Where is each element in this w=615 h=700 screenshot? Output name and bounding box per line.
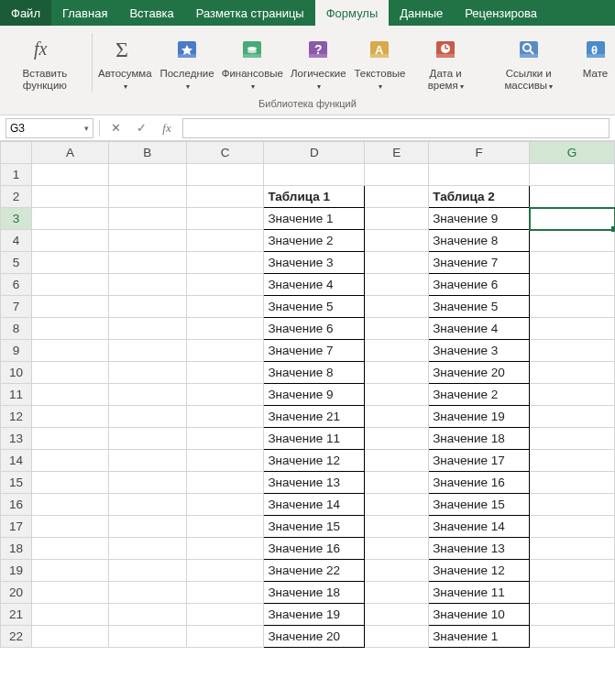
tab-insert[interactable]: Вставка (118, 0, 184, 26)
column-header-A[interactable]: A (31, 142, 108, 164)
cell-D20[interactable]: Значение 18 (264, 582, 365, 604)
cell-D18[interactable]: Значение 16 (264, 538, 365, 560)
cell-B18[interactable] (108, 538, 186, 560)
cell-G3[interactable] (530, 208, 615, 230)
cell-C14[interactable] (186, 450, 264, 472)
cell-C1[interactable] (186, 164, 264, 186)
cell-D2[interactable]: Таблица 1 (264, 186, 365, 208)
tab-data[interactable]: Данные (389, 0, 454, 26)
cell-D13[interactable]: Значение 11 (264, 428, 365, 450)
cell-D14[interactable]: Значение 12 (264, 450, 365, 472)
cell-B7[interactable] (108, 296, 186, 318)
cell-C12[interactable] (186, 406, 264, 428)
cell-D21[interactable]: Значение 19 (264, 604, 365, 626)
cell-D16[interactable]: Значение 14 (264, 494, 365, 516)
autosum-button[interactable]: Σ Автосумма▾ (94, 29, 156, 96)
cell-F11[interactable]: Значение 2 (429, 384, 530, 406)
cell-C18[interactable] (186, 538, 264, 560)
row-header-16[interactable]: 16 (1, 494, 32, 516)
cell-C22[interactable] (186, 626, 264, 648)
cell-E16[interactable] (365, 494, 429, 516)
cell-F20[interactable]: Значение 11 (429, 582, 530, 604)
cell-F22[interactable]: Значение 1 (429, 626, 530, 648)
cell-B21[interactable] (108, 604, 186, 626)
cell-A22[interactable] (31, 626, 108, 648)
cell-E14[interactable] (365, 450, 429, 472)
cell-E15[interactable] (365, 472, 429, 494)
cell-C7[interactable] (186, 296, 264, 318)
cell-F2[interactable]: Таблица 2 (429, 186, 530, 208)
cell-F17[interactable]: Значение 14 (429, 516, 530, 538)
row-header-14[interactable]: 14 (1, 450, 32, 472)
cell-F16[interactable]: Значение 15 (429, 494, 530, 516)
cell-G5[interactable] (530, 252, 615, 274)
cell-E2[interactable] (365, 186, 429, 208)
cell-D7[interactable]: Значение 5 (264, 296, 365, 318)
row-header-19[interactable]: 19 (1, 560, 32, 582)
cell-B14[interactable] (108, 450, 186, 472)
cell-G12[interactable] (530, 406, 615, 428)
fx-button[interactable]: fx (157, 118, 177, 138)
accept-formula-icon[interactable]: ✓ (131, 118, 151, 138)
cell-C11[interactable] (186, 384, 264, 406)
cell-G11[interactable] (530, 384, 615, 406)
cell-C4[interactable] (186, 230, 264, 252)
tab-page-layout[interactable]: Разметка страницы (185, 0, 315, 26)
row-header-3[interactable]: 3 (1, 208, 32, 230)
cell-F4[interactable]: Значение 8 (429, 230, 530, 252)
cell-E8[interactable] (365, 318, 429, 340)
tab-review[interactable]: Рецензирова (454, 0, 548, 26)
cell-B6[interactable] (108, 274, 186, 296)
cell-B4[interactable] (108, 230, 186, 252)
cell-E9[interactable] (365, 340, 429, 362)
cell-A3[interactable] (31, 208, 108, 230)
cell-G13[interactable] (530, 428, 615, 450)
cell-C3[interactable] (186, 208, 264, 230)
cell-D22[interactable]: Значение 20 (264, 626, 365, 648)
cell-G18[interactable] (530, 538, 615, 560)
row-header-11[interactable]: 11 (1, 384, 32, 406)
text-button[interactable]: A Текстовые▾ (350, 29, 410, 96)
row-header-4[interactable]: 4 (1, 230, 32, 252)
cell-F15[interactable]: Значение 16 (429, 472, 530, 494)
cell-G4[interactable] (530, 230, 615, 252)
cell-C13[interactable] (186, 428, 264, 450)
cell-G14[interactable] (530, 450, 615, 472)
datetime-button[interactable]: Дата и время▾ (410, 29, 481, 96)
financial-button[interactable]: Финансовые▾ (218, 29, 287, 96)
cell-G7[interactable] (530, 296, 615, 318)
cell-G21[interactable] (530, 604, 615, 626)
row-header-12[interactable]: 12 (1, 406, 32, 428)
cell-C17[interactable] (186, 516, 264, 538)
lookup-button[interactable]: Ссылки и массивы▾ (481, 29, 576, 96)
cell-B1[interactable] (108, 164, 186, 186)
cell-E6[interactable] (365, 274, 429, 296)
cell-F14[interactable]: Значение 17 (429, 450, 530, 472)
column-header-E[interactable]: E (365, 142, 429, 164)
cell-E13[interactable] (365, 428, 429, 450)
cell-E10[interactable] (365, 362, 429, 384)
cell-B3[interactable] (108, 208, 186, 230)
cell-D19[interactable]: Значение 22 (264, 560, 365, 582)
cell-A18[interactable] (31, 538, 108, 560)
cell-D15[interactable]: Значение 13 (264, 472, 365, 494)
cell-D8[interactable]: Значение 6 (264, 318, 365, 340)
cell-A16[interactable] (31, 494, 108, 516)
cell-C20[interactable] (186, 582, 264, 604)
row-header-10[interactable]: 10 (1, 362, 32, 384)
cell-D5[interactable]: Значение 3 (264, 252, 365, 274)
cell-E12[interactable] (365, 406, 429, 428)
row-header-13[interactable]: 13 (1, 428, 32, 450)
cell-C16[interactable] (186, 494, 264, 516)
logical-button[interactable]: ? Логические▾ (287, 29, 350, 96)
cell-B8[interactable] (108, 318, 186, 340)
cell-A1[interactable] (31, 164, 108, 186)
cell-A10[interactable] (31, 362, 108, 384)
cell-F5[interactable]: Значение 7 (429, 252, 530, 274)
cell-D6[interactable]: Значение 4 (264, 274, 365, 296)
column-header-D[interactable]: D (264, 142, 365, 164)
cell-B2[interactable] (108, 186, 186, 208)
row-header-21[interactable]: 21 (1, 604, 32, 626)
row-header-6[interactable]: 6 (1, 274, 32, 296)
cell-C15[interactable] (186, 472, 264, 494)
